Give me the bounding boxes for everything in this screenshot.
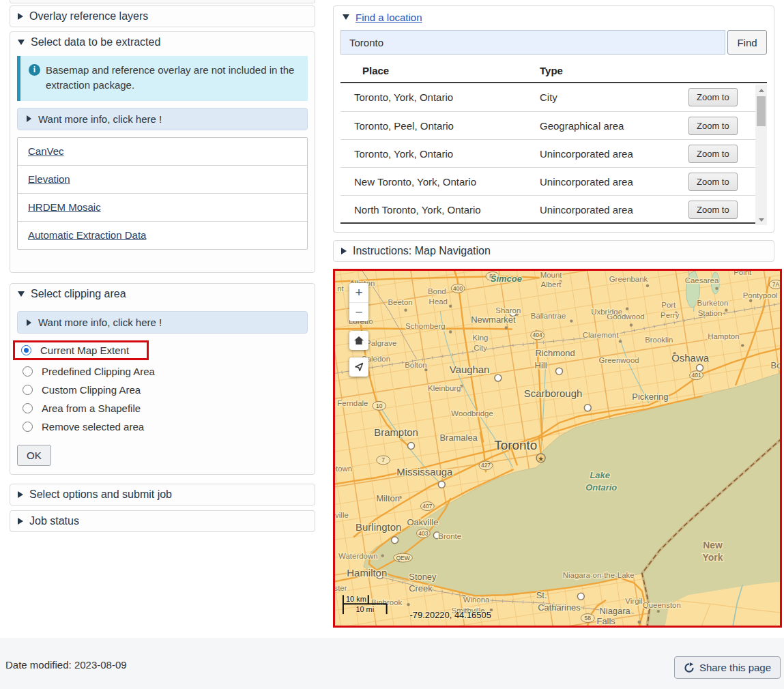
ok-button[interactable]: OK [17,445,51,466]
accordion-header-options[interactable]: Select options and submit job [10,484,315,505]
zoom-to-button[interactable]: Zoom to [688,201,738,219]
find-location-header[interactable]: Find a location [334,6,774,28]
more-info-toggle-data[interactable]: Want more info, click here ! [17,108,308,130]
map-label: ville [335,511,349,519]
accordion-fragment [10,0,315,3]
accordion-header-select-data[interactable]: Select data to be extracted [10,32,315,53]
panel-select-clipping: Select clipping area Want more info, cli… [10,283,315,475]
results-table: Place Type Toronto, York, OntarioCityZoo… [340,59,767,224]
radio-label: Area from a Shapefile [42,402,141,414]
map-label: Creek [409,583,433,593]
zoom-controls: + − [349,283,368,321]
share-icon [684,662,695,673]
map-label: Head [429,297,448,306]
clip-option-row[interactable]: Area from a Shapefile [17,399,315,417]
map-label: Station [698,309,723,317]
data-layer-link-elevation[interactable]: Elevation [28,173,70,185]
map-label: Toronto [494,438,537,452]
share-page-button[interactable]: Share this page [674,656,781,679]
panel-title: Select clipping area [31,288,126,300]
results-scrollbar[interactable] [755,85,767,225]
scrollbar-thumb[interactable] [757,96,766,126]
map-label: Bronte [438,532,461,540]
clip-option-row[interactable]: Custom Clipping Area [17,381,315,399]
find-location-link[interactable]: Find a location [355,12,422,23]
accordion-header-job-status[interactable]: Job status [10,511,315,531]
scale-mi-label: 10 mi [355,605,374,613]
radio-button[interactable] [23,403,33,413]
map-label: Milton [376,493,400,503]
map-label: Palgrave [366,339,396,347]
map-label: Bolton [405,361,426,369]
map-label: nt [337,284,344,293]
locate-button[interactable] [349,357,368,377]
map-label: Lake [590,470,609,480]
data-layer-list: CanVecElevationHRDEM MosaicAutomatic Ext… [17,137,308,250]
accordion-header-clipping[interactable]: Select clipping area [10,284,315,304]
radio-button[interactable] [23,422,33,432]
home-extent-button[interactable] [349,331,368,350]
result-row: Toronto, York, OntarioUnincorporated are… [340,139,767,167]
data-layer-link-automatic-extraction-data[interactable]: Automatic Extraction Data [28,229,146,241]
result-type: Unincorporated area [540,204,688,216]
map-label: Catharines [538,602,581,613]
accordion-header-overlay[interactable]: Overlay reference layers [10,6,315,27]
scroll-down-icon[interactable] [755,214,767,225]
zoom-in-button[interactable]: + [349,283,368,302]
location-search-input[interactable] [340,30,725,55]
zoom-out-button[interactable]: − [349,302,368,321]
zoom-to-button[interactable]: Zoom to [688,117,738,135]
panel-overlay-reference-layers: Overlay reference layers [10,5,315,27]
more-info-toggle-clipping[interactable]: Want more info, click here ! [17,311,308,334]
map-label: Kleinburg [428,384,461,392]
map-label: Waterdown [338,552,377,560]
map-label: Greenwood [598,356,639,364]
radio-button[interactable] [23,385,33,395]
svg-text:★: ★ [538,455,544,463]
map-label: Vaughan [450,364,490,375]
radio-label: Current Map Extent [40,344,129,356]
panel-select-data: Select data to be extracted i Basemap an… [10,31,315,273]
map-label: Ballantrae [531,312,566,320]
radio-selected[interactable] [21,345,31,355]
result-row: New Toronto, York, OntarioUnincorporated… [340,167,767,195]
data-layer-row: HRDEM Mosaic [18,193,307,221]
clip-option-row[interactable]: Predefined Clipping Area [17,362,315,381]
result-place: Toronto, York, Ontario [340,91,540,103]
map-label: Point [734,271,752,276]
zoom-to-button[interactable]: Zoom to [688,145,738,163]
map-label: Bond [428,287,446,295]
scroll-up-icon[interactable] [755,85,767,96]
zoom-to-button[interactable]: Zoom to [688,173,738,191]
panel-instructions: Instructions: Map Navigation [333,240,774,262]
chevron-right-icon [341,248,347,254]
date-modified-value: 2023-08-09 [74,659,127,671]
map-label: Falls [597,616,615,626]
map-label: Newmarket [471,314,516,325]
map-label: Beeton [388,298,412,306]
radio-label: Predefined Clipping Area [42,366,155,377]
road-shield-label: 407 [422,503,432,510]
data-layer-link-hrdem-mosaic[interactable]: HRDEM Mosaic [28,201,101,213]
map-label: Oshawa [671,352,709,364]
clipping-options: Current Map ExtentPredefined Clipping Ar… [17,340,315,436]
map-canvas[interactable]: ★ 894007A404401107427407403QEW58 PointSi… [335,271,780,626]
map-label: Pontypool [743,291,778,299]
map-label: Bramalea [439,433,478,443]
map-label: Schomberg [405,323,446,331]
radio-button[interactable] [23,366,33,377]
data-layer-link-canvec[interactable]: CanVec [28,145,64,157]
chevron-right-icon [18,13,23,20]
find-button[interactable]: Find [727,30,767,55]
map-label: Queenston [643,601,681,609]
share-label: Share this page [699,662,771,673]
panel-title: Instructions: Map Navigation [353,245,491,257]
accordion-header-instructions[interactable]: Instructions: Map Navigation [334,241,774,261]
panel-title: Select options and submit job [29,488,172,501]
result-place: Toronto, Peel, Ontario [340,120,540,132]
scale-km-label: 10 km [346,595,366,603]
clip-option-row[interactable]: Current Map Extent [13,340,149,360]
clip-option-row[interactable]: Remove selected area [17,417,315,436]
road-shield-label: 7A [772,281,780,288]
zoom-to-button[interactable]: Zoom to [688,88,738,106]
